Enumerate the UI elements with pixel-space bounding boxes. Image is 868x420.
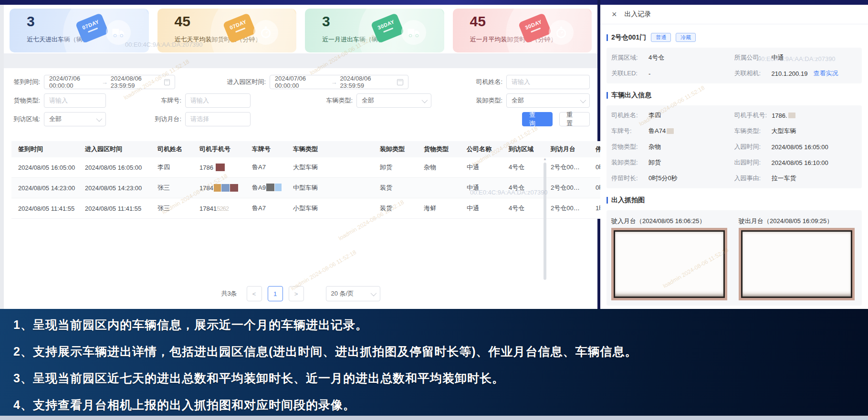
next-page-button[interactable]: > — [289, 286, 304, 301]
chevron-down-icon — [370, 290, 376, 296]
info-value: 1786. — [772, 112, 787, 119]
search-button[interactable]: 查 询 — [522, 112, 553, 126]
page-size-value: 20 条/页 — [331, 289, 354, 298]
table-cell — [417, 178, 460, 198]
table-cell: 大型车辆 — [286, 157, 373, 178]
table-cell: 178415262 — [193, 198, 245, 219]
redaction-block — [214, 184, 221, 192]
info-value: 2024/08/05 16:10:00 — [772, 159, 828, 166]
select-value: 全部 — [362, 96, 374, 105]
section-text: 车辆出入信息 — [611, 91, 651, 100]
redaction-block — [275, 184, 282, 191]
column-header: 到访区域 — [502, 141, 544, 157]
table-head: 签到时间进入园区时间司机姓名司机手机号车牌号车辆类型装卸类型货物类型公司名称到访… — [11, 141, 679, 157]
view-live-link[interactable]: 查看实况 — [813, 69, 838, 78]
dock-section-title: 2号仓001门 普通 冷藏 — [607, 33, 862, 42]
info-value: - — [648, 70, 650, 77]
column-header: 司机姓名 — [151, 141, 193, 157]
info-label: 入园事由: — [734, 174, 767, 183]
table-cell: 4号仓 — [502, 178, 544, 198]
feature-notes: 1、呈现当前园区内的车辆信息，展示近一个月的车辆进出记录。 2、支持展示车辆进出… — [0, 309, 868, 416]
redaction-block — [266, 184, 274, 191]
30day-badge-icon: 30DAY — [518, 13, 552, 43]
vehicle-type-select[interactable]: 全部 — [356, 93, 431, 108]
chevron-down-icon — [580, 97, 586, 103]
table-cell: 2024/08/05 11:41:55 — [11, 198, 78, 219]
note-line: 4、支持查看月台相机上报的出入抓拍图和对应时间段的录像。 — [13, 397, 868, 413]
column-header: 司机手机号 — [193, 141, 245, 157]
page-size-select[interactable]: 20 条/页 — [326, 286, 380, 301]
column-header: 到访月台 — [544, 141, 589, 157]
range-end-value: 2024/08/06 23:59:59 — [340, 75, 393, 89]
stat-card-week-duration: 45 近七天平均装卸货时长（分钟） 07DAY — [157, 9, 297, 52]
dock-name: 2号仓001门 — [611, 33, 646, 42]
range-start-value: 2024/07/06 00:00:00 — [275, 75, 328, 89]
snapshot-caption: 驶出月台（2024/08/05 16:09:25） — [739, 217, 857, 225]
load-type-select[interactable]: 全部 — [506, 93, 590, 108]
section-text: 出入抓拍图 — [611, 196, 645, 205]
card-icon-cluster: 30DAY — [374, 15, 426, 49]
panel-body: 2号仓001门 普通 冷藏 所属区域:4号仓所属公司:中通关联LED:-关联相机… — [600, 24, 868, 306]
exit-snapshot-image[interactable] — [741, 230, 852, 298]
07day-badge-icon: 07DAY — [222, 13, 256, 43]
scroll-up-icon[interactable]: ▲ — [543, 157, 547, 161]
visit-area-select[interactable]: 全部 — [44, 112, 106, 126]
table-scrollbar[interactable]: ▲ — [543, 157, 547, 285]
info-value: 中通 — [772, 53, 784, 62]
signin-time-range[interactable]: 2024/07/06 00:00:00 → 2024/08/06 23:59:5… — [44, 75, 175, 89]
main-content: 3 近七天进出车辆（辆） 07DAY 45 近七天平均装卸货时长（分钟） 07D… — [4, 5, 597, 309]
entry-snapshot-image[interactable] — [614, 230, 725, 298]
vehicle-info-box: 司机姓名:李四司机手机号:1786.车牌号:鲁A74车辆类型:大型车辆货物类型:… — [607, 105, 862, 188]
visit-dock-select[interactable]: 请选择 — [185, 112, 251, 126]
select-value: 全部 — [512, 96, 524, 105]
info-item: 装卸类型:卸货 — [611, 158, 734, 167]
info-item: 货物类型:杂物 — [611, 143, 734, 151]
table-cell: 装货 — [373, 178, 417, 198]
table-cell: 李四 — [151, 157, 193, 178]
stat-card-week-vehicles: 3 近七天进出车辆（辆） 07DAY — [10, 9, 149, 52]
driver-name-input[interactable]: 请输入 — [506, 75, 590, 89]
card-icon-cluster: 30DAY — [521, 15, 574, 49]
table-row: 2024/08/05 16:05:002024/08/05 16:05:00李四… — [11, 157, 679, 178]
table-cell: 杂物 — [417, 157, 460, 178]
visit-dock-label: 到访月台: — [150, 115, 181, 123]
scrollbar-thumb[interactable] — [544, 163, 546, 280]
truck-icon — [106, 20, 131, 45]
visit-area-label: 到访区域: — [9, 115, 40, 123]
table-cell: 2024/08/05 14:23:00 — [11, 178, 78, 198]
entry-time-range[interactable]: 2024/07/06 00:00:00 → 2024/08/06 23:59:5… — [270, 75, 408, 89]
info-label: 关联相机: — [734, 69, 767, 78]
table-cell: 卸货 — [373, 157, 417, 178]
info-value: 拉一车货 — [772, 174, 796, 183]
plate-number-input[interactable]: 请输入 — [185, 93, 251, 108]
page-1-button[interactable]: 1 — [268, 286, 283, 301]
cargo-type-input[interactable]: 请输入 — [44, 93, 106, 108]
reset-button[interactable]: 重 置 — [559, 112, 590, 126]
info-value: 卸货 — [648, 158, 661, 167]
page: 3 近七天进出车辆（辆） 07DAY 45 近七天平均装卸货时长（分钟） 07D… — [0, 0, 868, 420]
info-item: 出园时间:2024/08/05 16:10:00 — [734, 158, 858, 167]
redaction-block — [230, 184, 238, 192]
vehicle-section-title: 车辆出入信息 — [607, 91, 862, 100]
input-placeholder: 请输入 — [190, 96, 209, 105]
filter-row-3: 到访区域: 全部 到访月台: 请选择 查 询 重 置 — [9, 112, 590, 126]
signin-time-label: 签到时间: — [9, 78, 40, 86]
column-header: 车牌号 — [245, 141, 286, 157]
pagination: 共3条 < 1 > 20 条/页 — [4, 286, 597, 301]
close-icon[interactable]: × — [612, 10, 617, 19]
table-cell: 张三 — [151, 178, 193, 198]
30day-badge-icon: 30DAY — [370, 13, 404, 43]
column-header: 进入园区时间 — [78, 141, 151, 157]
select-value: 全部 — [49, 115, 62, 123]
info-item: 停留时长:0时5分0秒 — [611, 174, 734, 183]
column-header: 车辆类型 — [286, 141, 373, 157]
chevron-down-icon — [96, 115, 103, 122]
card-icon-cluster: 07DAY — [226, 15, 278, 49]
note-line: 1、呈现当前园区内的车辆信息，展示近一个月的车辆进出记录。 — [13, 317, 868, 333]
snapshot-section-title: 出入抓拍图 — [607, 196, 862, 205]
table-row: 2024/08/05 11:41:552024/08/05 11:41:55张三… — [11, 198, 679, 219]
panel-header: × 出入记录 — [600, 5, 868, 24]
prev-page-button[interactable]: < — [247, 286, 262, 301]
info-item: 司机手机号:1786. — [734, 111, 858, 120]
table-cell: 2024/08/05 11:41:55 — [78, 198, 151, 219]
